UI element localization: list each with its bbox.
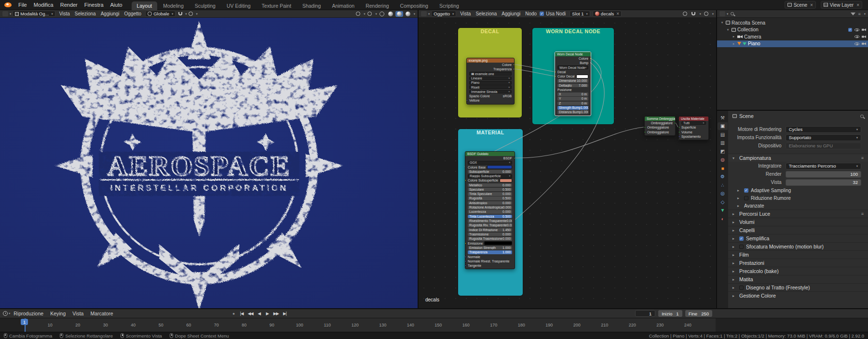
disclosure-arrow-icon[interactable]: ▸ [737, 204, 742, 208]
node-dropdown[interactable]: Worn Decal Node▾ [557, 65, 588, 69]
node-row-dimensione[interactable]: Dimensione10.000 [555, 78, 591, 83]
tab-texture-paint[interactable]: Texture Paint [257, 1, 297, 10]
value-slider[interactable]: Anisotropico0.000 [468, 201, 512, 205]
node-row-strength-bump[interactable]: Strength Bump1.000 [555, 105, 591, 110]
property-field-motore-di-rendering[interactable]: Cycles▾ [786, 126, 861, 133]
node-somma-ombreggiatori[interactable]: Somma OmbreggiatoriOmbreggiatoreOmbreggi… [644, 116, 676, 136]
display-mode-icon[interactable]: ≡ [858, 12, 860, 16]
panel-checkbox[interactable]: ✓ [739, 236, 744, 241]
node-row-colore-base[interactable]: Colore Base [465, 165, 515, 170]
previous-keyframe-button[interactable]: ◀◀ [246, 311, 255, 316]
node-header[interactable]: example.png [467, 58, 514, 63]
menu-finestra[interactable]: Finestra [81, 1, 107, 9]
properties-tab-modifiers[interactable]: ⚙ [718, 173, 728, 181]
color-swatch[interactable] [484, 241, 512, 245]
node-row-metallico[interactable]: Metallico0.000 [465, 183, 515, 187]
node-row-lineare[interactable]: Lineare▾ [467, 76, 514, 80]
menu-aiuto[interactable]: Aiuto [107, 1, 126, 9]
node-wire[interactable] [515, 127, 644, 158]
shader-menu-seleziona[interactable]: Seleziona [473, 11, 499, 16]
input-socket[interactable] [465, 256, 466, 258]
outliner-row-piano[interactable]: ▸Piano [717, 40, 868, 48]
value-slider[interactable]: Trasmissione0.000 [468, 233, 512, 236]
subpanel-checkbox[interactable] [744, 196, 748, 200]
node-row-posizione[interactable]: Posizione [555, 88, 591, 92]
use-nodes-checkbox[interactable]: ✓ [540, 12, 544, 16]
mode-dropdown[interactable]: Modalità Og... ▾ [13, 11, 55, 17]
timeline-ruler[interactable]: 1 10203040506070809010011012013014015016… [0, 318, 868, 332]
node-row-anisotropico[interactable]: Anisotropico0.000 [465, 201, 515, 205]
auto-keyframe-button[interactable]: ● [230, 311, 237, 316]
node-dropdown[interactable]: Tutti▾ [681, 121, 706, 125]
value-slider[interactable]: Tinta Speculare0.000 [468, 192, 512, 196]
value-slider[interactable]: Y0 m [557, 97, 588, 101]
editor-type-icon[interactable] [3, 311, 8, 316]
node-row-decal[interactable]: Decal [555, 70, 591, 74]
input-socket[interactable] [465, 260, 466, 262]
timeline-menu-vista[interactable]: Vista [69, 311, 87, 316]
node-header[interactable]: Uscita Materiale [679, 117, 708, 121]
preset-menu-icon[interactable]: ≡ [861, 156, 864, 160]
output-socket[interactable] [514, 157, 515, 159]
disclosure-arrow-icon[interactable]: ▸ [732, 245, 737, 249]
input-socket[interactable] [679, 131, 680, 133]
node-row-ripeti[interactable]: Ripeti▾ [467, 85, 514, 89]
subpanel-checkbox[interactable]: ✓ [744, 188, 748, 193]
material-selector[interactable]: decals × [593, 11, 622, 17]
panel-semplifica[interactable]: ▸✓Semplifica [728, 234, 868, 242]
panel-gestione-colore[interactable]: ▸Gestione Colore [728, 291, 868, 300]
eye-visibility-icon[interactable] [854, 35, 859, 38]
disclosure-arrow-icon[interactable]: ▸ [732, 277, 737, 282]
node-header[interactable]: BSDF Guidato [465, 152, 515, 156]
node-row-normale-rivest-trasparente[interactable]: Normale Rivest. Trasparente [465, 259, 515, 263]
value-slider[interactable]: X0 m [557, 92, 588, 96]
node-row-tutti[interactable]: Tutti▾ [679, 121, 708, 125]
overlays-icon[interactable] [367, 12, 372, 16]
properties-tab-world[interactable]: ◍ [718, 156, 728, 164]
input-socket[interactable] [679, 126, 680, 129]
color-swatch[interactable] [500, 179, 512, 183]
property-field-vista[interactable]: 32 [786, 179, 861, 186]
node-row-colore[interactable]: Colore [467, 63, 514, 67]
node-row-volume[interactable]: Volume [679, 130, 708, 134]
disclosure-arrow-icon[interactable]: ▸ [732, 261, 737, 265]
play-reverse-button[interactable]: ◀ [256, 311, 263, 316]
panel-percorsi-luce[interactable]: ▸Percorsi Luce≡ [728, 209, 868, 218]
value-slider[interactable]: Dettaglio7.000 [557, 84, 588, 88]
blender-logo-icon[interactable] [4, 2, 12, 7]
panel-sfocatura-movimento-motion-blur[interactable]: ▸Sfocatura Movimento (motion blur) [728, 242, 868, 250]
value-slider[interactable]: Rotazione Anisotropica0.000 [468, 206, 512, 209]
node-worn-decal-node[interactable]: Worn Decal NodeColoreBumpWorn Decal Node… [555, 52, 591, 116]
node-row-z[interactable]: Z0 m [555, 101, 591, 105]
output-socket[interactable] [590, 57, 591, 60]
eye-visibility-icon[interactable] [854, 42, 859, 45]
input-socket[interactable] [465, 264, 466, 267]
tab-shading[interactable]: Shading [297, 1, 326, 10]
subpanel-riduzione-rumore[interactable]: ▸Riduzione Rumore [728, 194, 868, 202]
node-row-trasmissione[interactable]: Trasmissione0.000 [465, 232, 515, 236]
outliner-row-collection[interactable]: ▾Collection✓ [717, 26, 868, 34]
node-row-ggx[interactable]: GGX▾ [465, 160, 515, 165]
tab-layout[interactable]: Layout [132, 1, 158, 10]
tab-rendering[interactable]: Rendering [360, 1, 394, 10]
node-row-ombreggiatore[interactable]: Ombreggiatore [645, 130, 675, 134]
disclosure-arrow-icon[interactable]: ▸ [732, 269, 737, 274]
panel-disegno-al-tratto-freestyle[interactable]: ▸Disegno al Tratto (Freestyle) [728, 283, 868, 291]
disclosure-arrow-icon[interactable]: ▸ [732, 294, 737, 298]
input-socket[interactable] [465, 179, 466, 182]
tab-animation[interactable]: Animation [326, 1, 360, 10]
node-dropdown[interactable]: Immagine Singola▾ [469, 90, 512, 94]
current-frame-field[interactable]: 1 [635, 310, 655, 317]
unlink-material-icon[interactable]: × [616, 11, 619, 16]
value-slider[interactable]: Dimensione10.000 [557, 79, 588, 83]
node-row-rotazione-anisotropica[interactable]: Rotazione Anisotropica0.000 [465, 205, 515, 209]
node-row-dettaglio[interactable]: Dettaglio7.000 [555, 83, 591, 88]
node-row-rugosit-riv-trasparente[interactable]: Rugosità Riv. Trasparente0.030 [465, 223, 515, 227]
input-socket[interactable] [679, 135, 680, 138]
frame-start-field[interactable]: Inizio 1 [658, 310, 682, 317]
value-slider[interactable]: Distanza Bump1.000 [557, 110, 588, 114]
node-row-worn-decal-node[interactable]: Worn Decal Node▾ [555, 65, 591, 70]
3d-viewport[interactable]: AEROSPACE INTERSTELLAR CORPORATION [0, 18, 418, 308]
properties-tab-scene[interactable]: ◩ [718, 147, 728, 156]
proportional-editing-icon[interactable] [189, 12, 193, 16]
